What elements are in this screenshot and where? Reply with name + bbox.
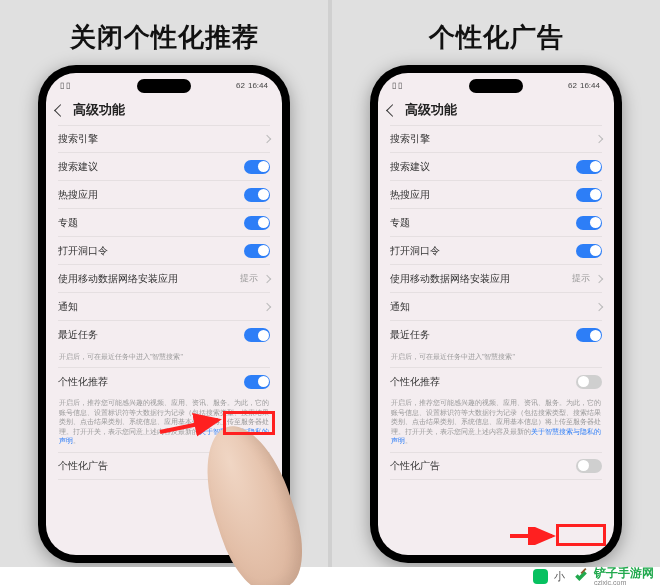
chevron-right-icon	[263, 274, 271, 282]
time-text: 16:44	[248, 81, 268, 90]
row-label: 使用移动数据网络安装应用	[58, 272, 178, 286]
toggle-search-suggest[interactable]	[576, 160, 602, 174]
personal-reco-sub: 开启后，推荐您可能感兴趣的视频、应用、资讯、服务。为此，它的账号信息、设置标识符…	[58, 395, 270, 451]
row-label: 搜索引擎	[58, 132, 98, 146]
brand-url: czjxjc.com	[594, 579, 654, 586]
row-label: 个性化广告	[58, 459, 108, 473]
row-label: 专题	[58, 216, 78, 230]
row-personal-reco[interactable]: 个性化推荐	[58, 367, 270, 395]
site-badge: 铲子手游网 czjxjc.com	[571, 566, 654, 585]
toggle-recent-tasks[interactable]	[244, 328, 270, 342]
row-label: 使用移动数据网络安装应用	[390, 272, 510, 286]
battery-text: 62	[236, 81, 245, 90]
row-label: 个性化广告	[390, 459, 440, 473]
screen-left: ▯ ▯ 62 16:44 高级功能 搜索引擎 搜索	[46, 73, 282, 555]
recent-tasks-sub: 开启后，可在最近任务中进入"智慧搜索"	[390, 349, 602, 367]
row-label: 个性化推荐	[58, 375, 108, 389]
brand-name: 铲子手游网	[594, 567, 654, 579]
toggle-personal-reco[interactable]	[576, 375, 602, 389]
phone-right: ▯ ▯ 62 16:44 高级功能 搜索引擎 搜索	[370, 65, 622, 563]
row-label: 搜索引擎	[390, 132, 430, 146]
chevron-right-icon	[263, 135, 271, 143]
row-label: 打开洞口令	[390, 244, 440, 258]
right-panel-title: 个性化广告	[332, 20, 660, 55]
back-icon[interactable]	[386, 104, 399, 117]
row-personal-ads[interactable]: 个性化广告	[390, 452, 602, 480]
row-label: 通知	[390, 300, 410, 314]
shovel-icon	[571, 566, 591, 585]
row-personal-ads[interactable]: 个性化广告	[58, 452, 270, 480]
row-label: 专题	[390, 216, 410, 230]
toggle-personal-ads[interactable]	[576, 459, 602, 473]
toggle-keyword[interactable]	[576, 244, 602, 258]
page-header: 高级功能	[46, 97, 282, 125]
row-special[interactable]: 专题	[390, 209, 602, 237]
toggle-search-suggest[interactable]	[244, 160, 270, 174]
row-special[interactable]: 专题	[58, 209, 270, 237]
row-label: 通知	[58, 300, 78, 314]
row-label: 个性化推荐	[390, 375, 440, 389]
row-label: 热搜应用	[58, 188, 98, 202]
row-label: 热搜应用	[390, 188, 430, 202]
phone-left: ▯ ▯ 62 16:44 高级功能 搜索引擎 搜索	[38, 65, 290, 563]
page-title: 高级功能	[73, 101, 125, 119]
toggle-hot-apps[interactable]	[576, 188, 602, 202]
row-recent-tasks[interactable]: 最近任务	[390, 321, 602, 349]
row-hot-apps[interactable]: 热搜应用	[58, 181, 270, 209]
row-label: 打开洞口令	[58, 244, 108, 258]
row-keyword[interactable]: 打开洞口令	[390, 237, 602, 265]
row-search-suggest[interactable]: 搜索建议	[58, 153, 270, 181]
row-search-engine[interactable]: 搜索引擎	[390, 125, 602, 153]
row-label: 最近任务	[390, 328, 430, 342]
footer-wechat-text: 小	[554, 569, 565, 584]
page-header: 高级功能	[378, 97, 614, 125]
chevron-right-icon	[263, 302, 271, 310]
hint-text: 提示	[572, 272, 590, 285]
toggle-keyword[interactable]	[244, 244, 270, 258]
battery-text: 62	[568, 81, 577, 90]
toggle-personal-reco[interactable]	[244, 375, 270, 389]
personal-reco-sub: 开启后，推荐您可能感兴趣的视频、应用、资讯、服务。为此，它的账号信息、设置标识符…	[390, 395, 602, 451]
row-personal-reco[interactable]: 个性化推荐	[390, 367, 602, 395]
right-panel: 个性化广告 ▯ ▯ 62 16:44 高级功能 搜索引擎	[332, 0, 660, 567]
row-mobile-data-install[interactable]: 使用移动数据网络安装应用 提示	[390, 265, 602, 293]
row-hot-apps[interactable]: 热搜应用	[390, 181, 602, 209]
row-keyword[interactable]: 打开洞口令	[58, 237, 270, 265]
back-icon[interactable]	[54, 104, 67, 117]
row-mobile-data-install[interactable]: 使用移动数据网络安装应用 提示	[58, 265, 270, 293]
recent-tasks-sub: 开启后，可在最近任务中进入"智慧搜索"	[58, 349, 270, 367]
row-label: 最近任务	[58, 328, 98, 342]
left-panel: 关闭个性化推荐 ▯ ▯ 62 16:44 高级功能 搜索引擎	[0, 0, 328, 567]
chevron-right-icon	[595, 274, 603, 282]
carrier-text: ▯ ▯	[392, 81, 402, 90]
footer-bar: 小 铲子手游网 czjxjc.com	[0, 567, 660, 585]
toggle-special[interactable]	[244, 216, 270, 230]
row-notify[interactable]: 通知	[390, 293, 602, 321]
chevron-right-icon	[595, 302, 603, 310]
page-title: 高级功能	[405, 101, 457, 119]
row-search-engine[interactable]: 搜索引擎	[58, 125, 270, 153]
row-search-suggest[interactable]: 搜索建议	[390, 153, 602, 181]
toggle-hot-apps[interactable]	[244, 188, 270, 202]
settings-list: 搜索引擎 搜索建议 热搜应用 专题	[46, 125, 282, 480]
time-text: 16:44	[580, 81, 600, 90]
settings-list: 搜索引擎 搜索建议 热搜应用 专题	[378, 125, 614, 480]
row-label: 搜索建议	[390, 160, 430, 174]
left-panel-title: 关闭个性化推荐	[0, 20, 328, 55]
row-recent-tasks[interactable]: 最近任务	[58, 321, 270, 349]
row-notify[interactable]: 通知	[58, 293, 270, 321]
chevron-right-icon	[595, 135, 603, 143]
wechat-icon	[533, 569, 548, 584]
camera-cutout	[137, 79, 191, 93]
camera-cutout	[469, 79, 523, 93]
screen-right: ▯ ▯ 62 16:44 高级功能 搜索引擎 搜索	[378, 73, 614, 555]
toggle-personal-ads[interactable]	[244, 459, 270, 473]
carrier-text: ▯ ▯	[60, 81, 70, 90]
toggle-recent-tasks[interactable]	[576, 328, 602, 342]
hint-text: 提示	[240, 272, 258, 285]
row-label: 搜索建议	[58, 160, 98, 174]
toggle-special[interactable]	[576, 216, 602, 230]
